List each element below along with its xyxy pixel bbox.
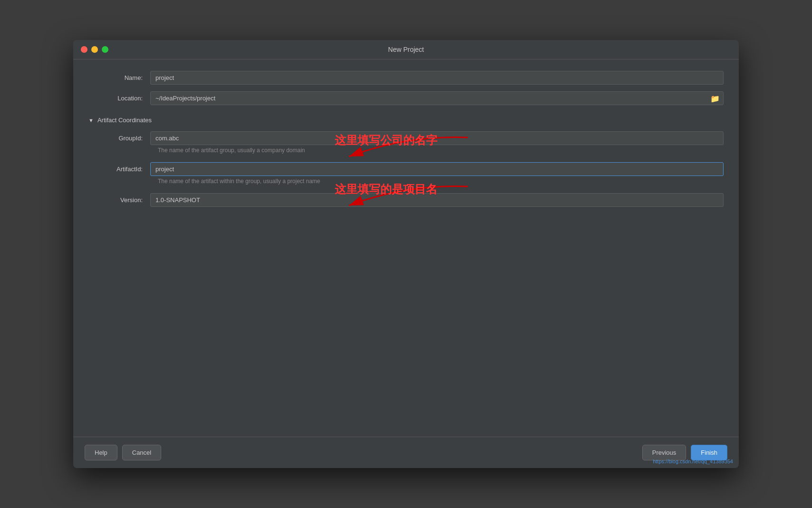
dialog-title: New Project	[388, 46, 424, 53]
location-input-wrapper: 📁	[150, 91, 724, 105]
window-controls	[81, 46, 108, 53]
artifactid-input-row: ArtifactId:	[88, 162, 724, 176]
version-label: Version:	[88, 196, 150, 204]
chevron-down-icon[interactable]: ▼	[88, 117, 94, 123]
name-label: Name:	[88, 74, 150, 81]
name-input[interactable]	[150, 71, 724, 85]
minimize-button[interactable]	[91, 46, 98, 53]
location-row: Location: 📁	[88, 91, 724, 105]
artifact-section-title: Artifact Coordinates	[97, 117, 152, 124]
groupid-label: GroupId:	[88, 135, 150, 142]
artifact-section-header: ▼ Artifact Coordinates	[88, 117, 724, 124]
version-input[interactable]	[150, 193, 724, 207]
groupid-row: GroupId: The name of the artifact group,…	[88, 131, 724, 157]
folder-icon[interactable]: 📁	[710, 94, 720, 103]
groupid-hint: The name of the artifact group, usually …	[158, 147, 724, 154]
csdn-link: https://blog.csdn.net/qq_41389354	[653, 459, 733, 464]
groupid-input[interactable]	[150, 131, 724, 145]
artifact-section: GroupId: The name of the artifact group,…	[88, 131, 724, 214]
maximize-button[interactable]	[102, 46, 108, 53]
main-content: Name: Location: 📁 ▼ Artifact Coordinates…	[73, 59, 739, 437]
help-button[interactable]: Help	[85, 445, 117, 460]
cancel-button[interactable]: Cancel	[122, 445, 161, 460]
artifactid-label: ArtifactId:	[88, 166, 150, 173]
close-button[interactable]	[81, 46, 87, 53]
artifactid-row: ArtifactId: The name of the artifact wit…	[88, 162, 724, 188]
version-row: Version:	[88, 193, 724, 207]
artifactid-input[interactable]	[150, 162, 724, 176]
bottom-left-buttons: Help Cancel	[85, 445, 161, 460]
location-input[interactable]	[150, 91, 724, 105]
groupid-input-row: GroupId:	[88, 131, 724, 145]
artifactid-hint: The name of the artifact within the grou…	[158, 178, 724, 185]
new-project-dialog: New Project Name: Location: 📁 ▼ Artifact…	[73, 40, 739, 468]
bottom-bar: Help Cancel Previous Finish	[73, 437, 739, 468]
title-bar: New Project	[73, 40, 739, 59]
location-label: Location:	[88, 95, 150, 102]
name-row: Name:	[88, 71, 724, 85]
